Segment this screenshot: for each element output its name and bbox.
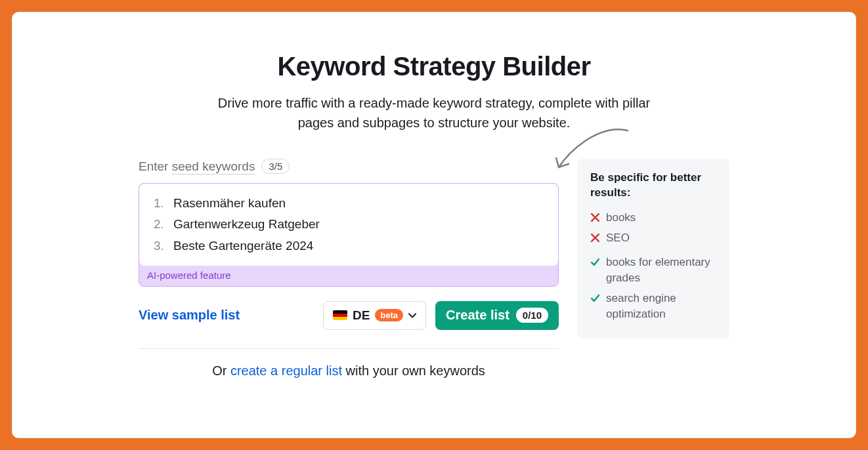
usage-count-pill: 0/10: [516, 308, 548, 323]
flag-de-icon: [333, 310, 347, 320]
header: Keyword Strategy Builder Drive more traf…: [204, 52, 664, 133]
check-icon: [590, 257, 600, 267]
keyword-number: 1.: [154, 193, 164, 214]
chevron-down-icon: [408, 310, 416, 320]
right-controls: DE beta Create list 0/10: [323, 301, 559, 330]
hint-good-item: books for elementary grades: [590, 255, 716, 286]
keyword-row[interactable]: 2. Gartenwerkzeug Ratgeber: [154, 214, 544, 235]
footer-prefix: Or: [212, 363, 230, 378]
hint-bad-item: SEO: [590, 230, 716, 246]
seed-label-underlined: seed keywords: [172, 159, 255, 174]
keyword-input-wrapper: 1. Rasenmäher kaufen 2. Gartenwerkzeug R…: [139, 183, 559, 287]
x-icon: [590, 233, 600, 243]
footer-text: Or create a regular list with your own k…: [139, 363, 559, 378]
view-sample-link[interactable]: View sample list: [139, 308, 240, 323]
divider: [139, 348, 559, 349]
hint-title: Be specific for better results:: [590, 171, 716, 201]
page-title: Keyword Strategy Builder: [204, 52, 664, 81]
footer-suffix: with your own keywords: [342, 363, 485, 378]
keyword-text: Rasenmäher kaufen: [173, 193, 286, 214]
db-code: DE: [353, 308, 370, 323]
create-list-label: Create list: [446, 308, 510, 323]
create-list-button[interactable]: Create list 0/10: [435, 301, 559, 330]
beta-badge: beta: [375, 309, 403, 321]
ai-powered-badge: AI-powered feature: [139, 266, 558, 286]
seed-keywords-label: Enter seed keywords: [139, 159, 255, 174]
hint-good-item: search engine optimization: [590, 291, 716, 322]
hint-good-text: search engine optimization: [606, 291, 716, 322]
keyword-text: Gartenwerkzeug Ratgeber: [173, 214, 320, 235]
main-content-row: Enter seed keywords 3/5 1. Rasenmäher ka…: [139, 159, 729, 378]
keyword-count-pill: 3/5: [261, 159, 290, 174]
hint-bad-item: books: [590, 210, 716, 226]
x-icon: [590, 213, 600, 222]
seed-label-prefix: Enter: [139, 159, 172, 173]
keyword-number: 2.: [154, 214, 164, 235]
keyword-row[interactable]: 1. Rasenmäher kaufen: [154, 193, 544, 214]
hint-panel: Be specific for better results: books SE…: [577, 159, 729, 338]
hint-bad-text: books: [606, 210, 636, 226]
check-icon: [590, 293, 600, 303]
keyword-row[interactable]: 3. Beste Gartengeräte 2024: [154, 235, 544, 256]
hint-bad-text: SEO: [606, 230, 630, 246]
main-card: Keyword Strategy Builder Drive more traf…: [12, 12, 856, 438]
keyword-list: 1. Rasenmäher kaufen 2. Gartenwerkzeug R…: [154, 193, 544, 256]
hint-good-text: books for elementary grades: [606, 255, 716, 286]
keyword-text: Beste Gartengeräte 2024: [173, 235, 313, 256]
create-regular-list-link[interactable]: create a regular list: [230, 363, 342, 378]
keyword-number: 3.: [154, 235, 164, 256]
seed-label-row: Enter seed keywords 3/5: [139, 159, 559, 174]
controls-row: View sample list DE beta Create list 0/1…: [139, 301, 559, 330]
page-subtitle: Drive more traffic with a ready-made key…: [204, 93, 664, 133]
input-column: Enter seed keywords 3/5 1. Rasenmäher ka…: [139, 159, 559, 378]
database-select[interactable]: DE beta: [323, 301, 426, 330]
keyword-input-box[interactable]: 1. Rasenmäher kaufen 2. Gartenwerkzeug R…: [139, 184, 558, 266]
